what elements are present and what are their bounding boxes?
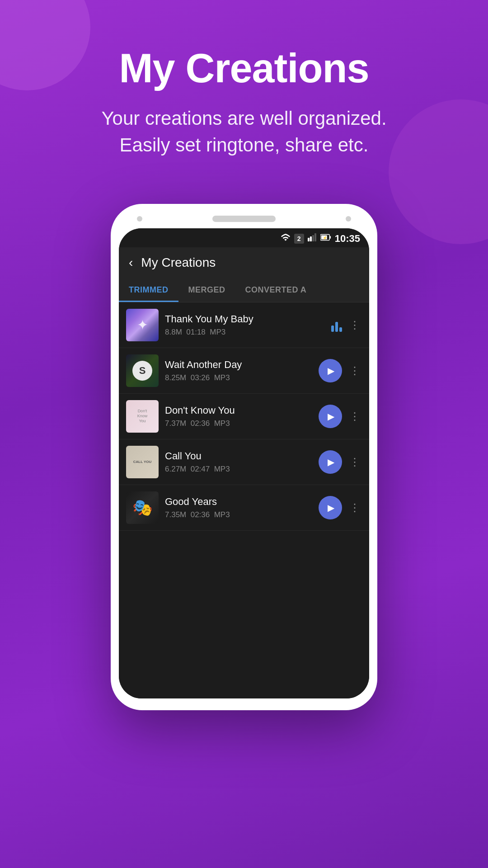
phone-sensor-left [137, 216, 142, 222]
phone-screen: 2 [119, 228, 369, 698]
song-meta-5: 7.35M 02:36 MP3 [165, 510, 312, 519]
sim-badge: 2 [294, 234, 304, 244]
svg-rect-1 [310, 236, 312, 241]
song-meta-3: 7.37M 02:36 MP3 [165, 419, 312, 428]
wifi-icon [281, 233, 291, 244]
song-thumbnail-2: S [126, 354, 159, 387]
song-title-1: Thank You My Baby [165, 313, 325, 325]
svg-text:⚡: ⚡ [322, 236, 327, 241]
thumb4-text: CALL YOU [131, 458, 154, 466]
song-thumbnail-5: 🎭 [126, 491, 159, 524]
svg-rect-0 [308, 238, 310, 241]
list-item: S Wait Another Day 8.25M 03:26 MP3 ▶ [119, 348, 369, 394]
subtitle-line2: Easily set ringtone, share etc. [120, 134, 369, 156]
song-info-3: Don't Know You 7.37M 02:36 MP3 [165, 405, 312, 428]
phone-top [119, 212, 369, 228]
song-title-2: Wait Another Day [165, 359, 312, 371]
list-item: Thank You My Baby 8.8M 01:18 MP3 [119, 302, 369, 348]
song-title-5: Good Years [165, 496, 312, 508]
thumb3-text: Don'tKnowYou [136, 407, 150, 425]
song-meta-2: 8.25M 03:26 MP3 [165, 373, 312, 382]
song-actions-2: ▶ ⋮ [319, 359, 362, 382]
svg-rect-5 [329, 236, 331, 239]
song-thumbnail-4: CALL YOU [126, 446, 159, 478]
play-button-2[interactable]: ▶ [319, 359, 342, 382]
spinnin-logo: S [132, 361, 152, 381]
app-bar: ‹ My Creations [119, 247, 369, 278]
app-bar-title: My Creations [141, 255, 216, 270]
list-item: CALL YOU Call You 6.27M 02:47 MP3 ▶ [119, 439, 369, 485]
bar3 [339, 327, 342, 332]
song-actions-4: ▶ ⋮ [319, 450, 362, 474]
tab-converted[interactable]: CONVERTED A [235, 278, 317, 302]
list-item: 🎭 Good Years 7.35M 02:36 MP3 ▶ [119, 485, 369, 531]
song-thumbnail-3: Don'tKnowYou [126, 400, 159, 433]
song-info-5: Good Years 7.35M 02:36 MP3 [165, 496, 312, 519]
tabs-bar: TRIMMED MERGED CONVERTED A [119, 278, 369, 302]
status-bar: 2 [119, 228, 369, 247]
song-list: Thank You My Baby 8.8M 01:18 MP3 [119, 302, 369, 698]
phone-wrapper: 2 [0, 204, 488, 710]
song-actions-3: ▶ ⋮ [319, 405, 362, 428]
tab-trimmed[interactable]: TRIMMED [119, 278, 178, 302]
song-meta-4: 6.27M 02:47 MP3 [165, 465, 312, 474]
bar1 [331, 326, 334, 332]
song-info-2: Wait Another Day 8.25M 03:26 MP3 [165, 359, 312, 382]
play-icon-5: ▶ [328, 502, 334, 513]
play-icon-2: ▶ [328, 365, 334, 376]
page-subtitle: Your creations are well organized. Easil… [36, 105, 452, 159]
battery-icon: ⚡ [320, 234, 331, 243]
play-icon-4: ▶ [328, 457, 334, 467]
play-icon-3: ▶ [328, 411, 334, 422]
status-icons: 2 [281, 233, 360, 245]
phone-sensor-right [346, 216, 351, 222]
list-item: Don'tKnowYou Don't Know You 7.37M 02:36 … [119, 394, 369, 439]
more-menu-button-1[interactable]: ⋮ [347, 317, 362, 333]
play-button-3[interactable]: ▶ [319, 405, 342, 428]
svg-rect-3 [314, 233, 316, 241]
subtitle-line1: Your creations are well organized. [101, 108, 386, 129]
song-info-4: Call You 6.27M 02:47 MP3 [165, 450, 312, 474]
play-button-4[interactable]: ▶ [319, 450, 342, 474]
more-menu-button-3[interactable]: ⋮ [347, 408, 362, 425]
phone-mockup: 2 [111, 204, 377, 710]
equalizer-icon[interactable] [331, 318, 342, 332]
bar2 [335, 322, 338, 332]
song-thumbnail-1 [126, 309, 159, 341]
svg-rect-2 [312, 235, 314, 241]
status-time: 10:35 [335, 233, 360, 245]
tab-merged[interactable]: MERGED [178, 278, 235, 302]
more-menu-button-4[interactable]: ⋮ [347, 454, 362, 470]
song-actions-1: ⋮ [331, 317, 362, 333]
more-menu-button-2[interactable]: ⋮ [347, 363, 362, 379]
thumb5-figure: 🎭 [132, 498, 153, 517]
song-title-3: Don't Know You [165, 405, 312, 416]
song-title-4: Call You [165, 450, 312, 462]
phone-speaker [212, 216, 276, 222]
signal-icon [308, 233, 317, 244]
page-title: My Creations [36, 45, 452, 92]
back-button[interactable]: ‹ [129, 255, 133, 270]
song-meta-1: 8.8M 01:18 MP3 [165, 328, 325, 337]
play-button-5[interactable]: ▶ [319, 496, 342, 519]
song-actions-5: ▶ ⋮ [319, 496, 362, 519]
more-menu-button-5[interactable]: ⋮ [347, 500, 362, 516]
song-info-1: Thank You My Baby 8.8M 01:18 MP3 [165, 313, 325, 337]
